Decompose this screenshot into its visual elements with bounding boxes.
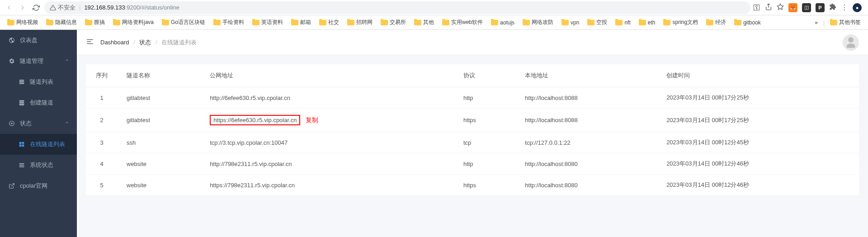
table-row: 5websitehttps://798e2311.r5.vip.cpolar.c… (86, 175, 859, 196)
sidebar-item-create-tunnel[interactable]: 创建隧道 (0, 92, 77, 113)
svg-rect-3 (19, 80, 24, 81)
bookmark-item[interactable]: 社交 (316, 17, 343, 28)
back-button[interactable] (4, 2, 14, 13)
bookmark-item[interactable]: 实用web软件 (439, 17, 486, 28)
stack-icon (18, 99, 25, 106)
bookmark-item[interactable]: 空投 (584, 17, 611, 28)
bookmark-item[interactable]: 交易所 (377, 17, 410, 28)
bookmark-item[interactable]: 招聘网 (344, 17, 376, 28)
svg-point-9 (11, 123, 13, 124)
bookmark-item[interactable]: 网络资料java (109, 17, 157, 28)
share-icon[interactable] (765, 3, 772, 12)
folder-icon (663, 20, 670, 25)
breadcrumb-status[interactable]: 状态 (139, 39, 151, 46)
sidebar-dashboard-label: 仪表盘 (20, 36, 38, 44)
sidebar-item-cpolar-official[interactable]: cpolar官网 (0, 175, 77, 196)
bookmark-item[interactable]: spring文档 (660, 17, 702, 28)
folder-icon (830, 20, 837, 25)
sidebar-item-tunnel-list[interactable]: 隧道列表 (0, 71, 77, 92)
table-row: 2gitlabtesthttps://6efee630.r5.vip.cpola… (86, 109, 859, 132)
cell-name: website (118, 175, 201, 196)
menu-icon[interactable]: ⋮ (841, 3, 848, 12)
other-bookmarks[interactable]: 其他书签 (826, 17, 864, 28)
cell-name: ssh (118, 132, 201, 153)
folder-icon (319, 20, 326, 25)
sidebar-item-online-list[interactable]: 在线隧道列表 (0, 134, 77, 155)
public-url[interactable]: tcp://3.tcp.vip.cpolar.cn:10047 (210, 139, 288, 146)
sidebar-item-dashboard[interactable]: 仪表盘 (0, 30, 77, 51)
other-bookmarks-label: 其他书签 (839, 19, 861, 26)
list-icon (18, 78, 25, 85)
svg-rect-7 (19, 102, 24, 104)
breadcrumb-dashboard[interactable]: Dashboard (100, 39, 129, 46)
key-icon[interactable]: ⚿ (753, 4, 760, 12)
reload-button[interactable] (31, 2, 42, 13)
bookmark-label: 经济 (715, 19, 726, 26)
folder-icon (213, 20, 221, 25)
insecure-label: 不安全 (58, 4, 75, 12)
ext-icon-p[interactable]: P (816, 3, 825, 12)
star-icon[interactable] (777, 3, 784, 12)
cell-created: 2023年03月14日 00时12分46秒 (657, 153, 859, 175)
metamask-icon[interactable]: 🦊 (788, 3, 797, 12)
svg-rect-14 (19, 163, 24, 164)
bookmark-item[interactable]: Go语言区块链 (158, 17, 209, 28)
cell-protocol: http (454, 87, 516, 109)
bookmark-item[interactable]: 邮箱 (288, 17, 315, 28)
svg-rect-13 (22, 145, 24, 147)
cell-created: 2023年03月14日 00时12分45秒 (657, 132, 859, 153)
bookmark-item[interactable]: eth (635, 18, 659, 28)
sidebar-item-tunnel-mgmt[interactable]: 隧道管理 ⌃ (0, 51, 77, 71)
main-content: Dashboard / 状态 / 在线隧道列表 序列 隧道名称 公网地址 (77, 30, 868, 237)
content-header: Dashboard / 状态 / 在线隧道列表 (77, 30, 868, 55)
folder-icon (523, 20, 530, 25)
bookmarks-bar: 网络视频隐藏信息膣搞网络资料javaGo语言区块链手绘资料英语资料邮箱社交招聘网… (0, 15, 868, 30)
user-avatar[interactable] (843, 34, 859, 51)
gear-icon (8, 57, 15, 65)
folder-icon (347, 20, 354, 25)
cell-index: 3 (86, 132, 118, 153)
sidebar-item-status[interactable]: 状态 ⌃ (0, 113, 77, 134)
public-url[interactable]: http://6efee630.r5.vip.cpolar.cn (210, 95, 290, 101)
bookmark-item[interactable]: nft (612, 18, 634, 28)
folder-icon (587, 20, 594, 25)
cell-protocol: tcp (454, 132, 516, 153)
bookmark-item[interactable]: 网络攻防 (519, 17, 557, 28)
folder-icon (442, 20, 449, 25)
bookmark-item[interactable]: 经济 (703, 17, 730, 28)
highlighted-url[interactable]: https://6efee630.r5.vip.cpolar.cn (210, 115, 300, 125)
bookmark-item[interactable]: 网络视频 (4, 17, 42, 28)
extensions-icon[interactable] (829, 3, 836, 12)
bookmark-label: 实用web软件 (451, 19, 483, 26)
public-url[interactable]: http://798e2311.r5.vip.cpolar.cn (210, 161, 292, 167)
bookmark-label: 空投 (596, 19, 607, 26)
bookmark-item[interactable]: 手绘资料 (210, 17, 248, 28)
bookmark-item[interactable]: 隐藏信息 (42, 17, 80, 28)
address-bar[interactable]: 不安全 | 192.168.59.133:9200/#/status/onlin… (44, 1, 750, 14)
profile-avatar[interactable]: ● (853, 3, 862, 12)
hamburger-icon[interactable] (86, 38, 94, 47)
bookmark-item[interactable]: vpn (558, 18, 583, 28)
bookmarks-more[interactable]: » (811, 18, 821, 28)
ext-icon-cube[interactable]: ◫ (802, 3, 811, 12)
sidebar-item-system-status[interactable]: 系统状态 (0, 155, 77, 175)
bookmark-item[interactable]: aotujs (487, 18, 518, 28)
cell-local: tcp://127.0.0.1:22 (516, 132, 657, 153)
forward-button[interactable] (17, 2, 28, 13)
folder-icon (113, 20, 120, 25)
bookmark-label: 网络攻防 (532, 19, 553, 26)
table-row: 3sshtcp://3.tcp.vip.cpolar.cn:10047tcptc… (86, 132, 859, 153)
bookmark-item[interactable]: 其他 (410, 17, 438, 28)
svg-rect-5 (19, 83, 24, 84)
svg-rect-15 (19, 165, 24, 166)
table-header-row: 序列 隧道名称 公网地址 协议 本地地址 创建时间 (86, 64, 859, 87)
bookmark-label: 其他 (423, 19, 434, 26)
table-row: 1gitlabtesthttp://6efee630.r5.vip.cpolar… (86, 87, 859, 109)
th-created: 创建时间 (657, 64, 859, 87)
bookmark-item[interactable]: 膣搞 (81, 17, 108, 28)
public-url[interactable]: https://798e2311.r5.vip.cpolar.cn (210, 182, 295, 189)
chevron-up-icon: ⌃ (65, 121, 69, 126)
bookmark-item[interactable]: 英语资料 (249, 17, 287, 28)
folder-icon (491, 20, 498, 25)
bookmark-item[interactable]: gitbook (731, 18, 764, 28)
